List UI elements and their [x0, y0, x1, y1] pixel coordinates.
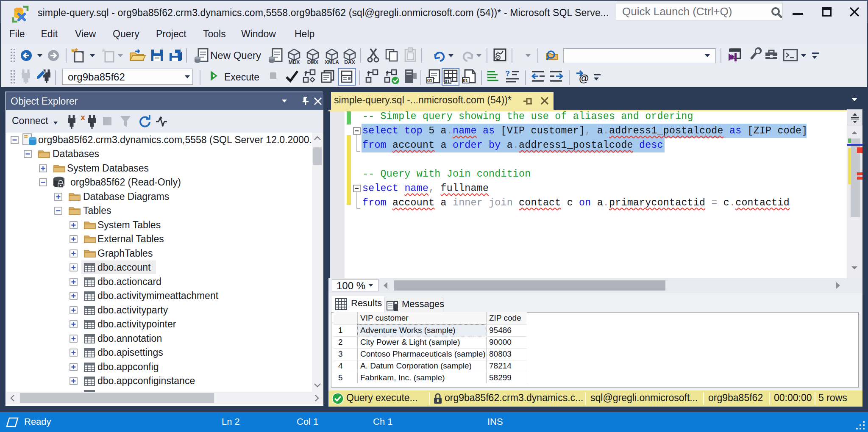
svg-text:01: 01: [463, 78, 468, 83]
svg-text:x: x: [81, 113, 85, 122]
svg-text:DMX: DMX: [307, 59, 319, 65]
svg-text:*: *: [102, 47, 106, 57]
svg-text:*: *: [75, 47, 78, 56]
svg-text:DAX: DAX: [344, 59, 355, 65]
svg-text:@: @: [579, 72, 589, 84]
svg-text:?: ?: [505, 69, 510, 78]
svg-text:01: 01: [445, 79, 450, 84]
svg-text:MDX: MDX: [289, 59, 300, 65]
svg-text:01: 01: [427, 78, 432, 83]
svg-text:XMLA: XMLA: [325, 59, 339, 65]
